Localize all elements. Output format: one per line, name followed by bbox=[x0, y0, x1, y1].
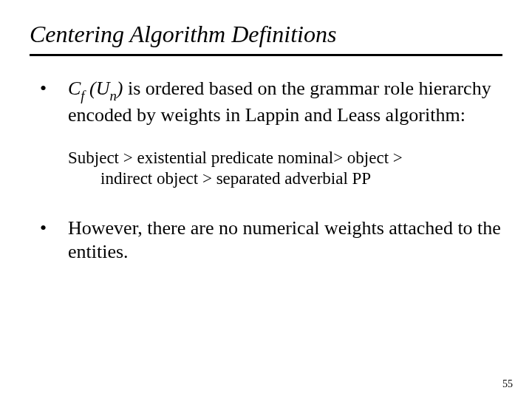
bullet-item-1: Cf (Un) is ordered based on the grammar … bbox=[30, 77, 502, 127]
slide: Centering Algorithm Definitions Cf (Un) … bbox=[0, 0, 532, 399]
bullet-list-2: However, there are no numerical weights … bbox=[30, 216, 502, 263]
cf-open: (U bbox=[85, 78, 110, 99]
bullet-1-text: is ordered based on the grammar role hie… bbox=[68, 78, 491, 126]
cf-c: C bbox=[68, 78, 81, 99]
cf-f-subscript: f bbox=[81, 88, 84, 103]
cf-close: ) bbox=[117, 78, 123, 99]
hierarchy-block: Subject > existential predicate nominal>… bbox=[30, 148, 502, 191]
bullet-item-2: However, there are no numerical weights … bbox=[30, 216, 502, 263]
cf-n-subscript: n bbox=[109, 88, 116, 103]
hierarchy-line-1: Subject > existential predicate nominal>… bbox=[68, 148, 502, 169]
title-rule bbox=[30, 54, 502, 56]
hierarchy-line-2: indirect object > separated adverbial PP bbox=[68, 168, 502, 190]
page-number: 55 bbox=[502, 378, 513, 390]
slide-title: Centering Algorithm Definitions bbox=[30, 21, 502, 48]
bullet-list: Cf (Un) is ordered based on the grammar … bbox=[30, 77, 502, 127]
